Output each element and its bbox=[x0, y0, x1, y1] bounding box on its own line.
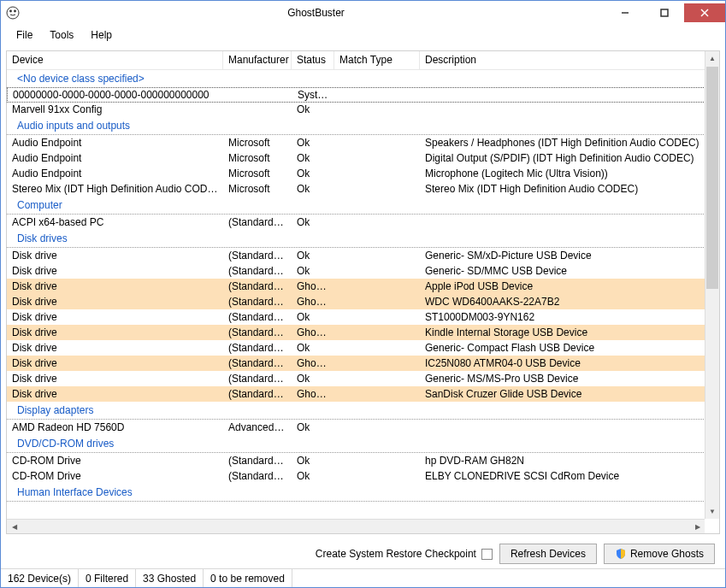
device-row[interactable]: Audio EndpointMicrosoftOkMicrophone (Log… bbox=[7, 166, 719, 181]
cell-device: CD-ROM Drive bbox=[7, 454, 223, 467]
statusbar: 162 Device(s) 0 Filtered 33 Ghosted 0 to… bbox=[1, 568, 725, 587]
menu-file[interactable]: File bbox=[8, 26, 41, 44]
cell-description: Generic- MS/MS-Pro USB Device bbox=[420, 372, 719, 385]
device-row[interactable]: Stereo Mix (IDT High Definition Audio CO… bbox=[7, 181, 719, 197]
col-match[interactable]: Match Type bbox=[334, 51, 420, 69]
col-device[interactable]: Device bbox=[7, 51, 223, 69]
cell-match bbox=[334, 157, 420, 159]
cell-status: Ghosted bbox=[292, 279, 334, 293]
cell-device: ACPI x64-based PC bbox=[7, 215, 223, 229]
cell-manufacturer: (Standard di… bbox=[223, 387, 292, 401]
device-row[interactable]: CD-ROM Drive(Standard C…OkELBY CLONEDRIV… bbox=[7, 468, 719, 484]
scroll-left-icon[interactable]: ◀ bbox=[7, 520, 21, 533]
device-row[interactable]: ACPI x64-based PC(Standard c…Ok bbox=[7, 215, 719, 230]
cell-status: Ok bbox=[292, 182, 334, 196]
refresh-devices-button[interactable]: Refresh Devices bbox=[499, 544, 597, 564]
cell-status: Ok bbox=[292, 151, 334, 165]
vertical-scrollbar[interactable]: ▲ ▼ bbox=[705, 51, 719, 519]
col-manufacturer[interactable]: Manufacturer bbox=[223, 51, 292, 69]
cell-match bbox=[335, 94, 421, 96]
cell-match bbox=[334, 316, 420, 318]
remove-ghosts-button[interactable]: Remove Ghosts bbox=[604, 544, 715, 564]
cell-manufacturer bbox=[224, 94, 292, 96]
cell-description: SanDisk Cruzer Glide USB Device bbox=[420, 387, 719, 401]
cell-manufacturer: Microsoft bbox=[223, 136, 292, 150]
cell-match bbox=[334, 332, 420, 333]
scroll-up-icon[interactable]: ▲ bbox=[705, 51, 719, 66]
cell-manufacturer: (Standard di… bbox=[223, 249, 292, 262]
scroll-down-icon[interactable]: ▼ bbox=[705, 504, 719, 519]
col-status[interactable]: Status bbox=[292, 51, 334, 69]
device-row[interactable]: Audio EndpointMicrosoftOkSpeakers / Head… bbox=[7, 135, 719, 150]
maximize-button[interactable] bbox=[645, 3, 684, 22]
device-row[interactable]: CD-ROM Drive(Standard C…Okhp DVD-RAM GH8… bbox=[7, 453, 719, 468]
cell-device: Disk drive bbox=[7, 264, 223, 278]
device-row[interactable]: Disk drive(Standard di…OkGeneric- Compac… bbox=[7, 340, 719, 356]
cell-manufacturer: Advanced … bbox=[223, 420, 292, 434]
group-header[interactable]: DVD/CD-ROM drives bbox=[7, 435, 719, 453]
device-row[interactable]: Disk drive(Standard di…GhostedIC25N080 A… bbox=[7, 356, 719, 371]
cell-manufacturer: (Standard C… bbox=[223, 469, 292, 483]
window-title: GhostBuster bbox=[27, 7, 605, 19]
device-row[interactable]: Disk drive(Standard di…OkGeneric- MS/MS-… bbox=[7, 371, 719, 386]
group-header[interactable]: Disk drives bbox=[7, 230, 719, 248]
cell-manufacturer: (Standard di… bbox=[223, 356, 292, 370]
device-row[interactable]: Disk drive(Standard di…GhostedSanDisk Cr… bbox=[7, 386, 719, 402]
cell-description: Generic- SD/MMC USB Device bbox=[420, 264, 719, 278]
col-description[interactable]: Description bbox=[420, 51, 719, 69]
device-row[interactable]: Audio EndpointMicrosoftOkDigital Output … bbox=[7, 150, 719, 166]
cell-device: Stereo Mix (IDT High Definition Audio CO… bbox=[7, 182, 223, 196]
cell-match bbox=[334, 270, 420, 272]
group-header[interactable]: Human Interface Devices bbox=[7, 484, 719, 502]
cell-device: Disk drive bbox=[7, 310, 223, 324]
device-row[interactable]: Disk drive(Standard di…GhostedKindle Int… bbox=[7, 325, 719, 340]
device-row[interactable]: Disk drive(Standard di…OkST1000DM003-9YN… bbox=[7, 309, 719, 325]
cell-manufacturer: (Standard c… bbox=[223, 215, 292, 229]
cell-description: ST1000DM003-9YN162 bbox=[420, 310, 719, 324]
scroll-right-icon[interactable]: ▶ bbox=[690, 520, 705, 533]
group-header[interactable]: Audio inputs and outputs bbox=[7, 117, 719, 135]
cell-manufacturer: (Standard di… bbox=[223, 326, 292, 339]
svg-point-0 bbox=[7, 7, 19, 19]
cell-status: Ok bbox=[292, 264, 334, 278]
device-row[interactable]: Disk drive(Standard di…OkGeneric- SD/MMC… bbox=[7, 263, 719, 279]
device-row[interactable]: Marvell 91xx ConfigOk bbox=[7, 102, 719, 117]
titlebar[interactable]: GhostBuster bbox=[1, 1, 725, 25]
restore-checkpoint-label[interactable]: Create System Restore Checkpoint bbox=[316, 548, 493, 560]
menubar: File Tools Help bbox=[1, 25, 725, 45]
cell-description: Apple iPod USB Device bbox=[420, 279, 719, 293]
scroll-thumb[interactable] bbox=[706, 67, 718, 289]
restore-checkpoint-checkbox[interactable] bbox=[481, 549, 493, 560]
horizontal-scrollbar[interactable]: ◀ ▶ bbox=[7, 519, 705, 533]
minimize-button[interactable] bbox=[605, 3, 645, 22]
shield-icon bbox=[615, 548, 627, 560]
column-headers: Device Manufacturer Status Match Type De… bbox=[7, 51, 719, 70]
cell-description: Digital Output (S/PDIF) (IDT High Defini… bbox=[420, 151, 719, 165]
menu-tools[interactable]: Tools bbox=[41, 26, 82, 44]
menu-help[interactable]: Help bbox=[82, 26, 121, 44]
cell-status: Ok bbox=[292, 469, 334, 483]
app-window: GhostBuster File Tools Help Device Manuf… bbox=[0, 0, 726, 588]
close-button[interactable] bbox=[684, 3, 725, 22]
cell-device: Disk drive bbox=[7, 326, 223, 339]
cell-status: Ghosted bbox=[292, 387, 334, 401]
cell-description: Stereo Mix (IDT High Definition Audio CO… bbox=[420, 182, 719, 196]
device-row[interactable]: 00000000-0000-0000-0000-000000000000Syst… bbox=[7, 87, 719, 103]
group-header[interactable]: <No device class specified> bbox=[7, 70, 719, 88]
device-row[interactable]: AMD Radeon HD 7560DAdvanced …Ok bbox=[7, 420, 719, 435]
cell-description: ELBY CLONEDRIVE SCSI CdRom Device bbox=[420, 469, 719, 483]
device-row[interactable]: Disk drive(Standard di…OkGeneric- SM/xD-… bbox=[7, 248, 719, 263]
device-row[interactable]: Disk drive(Standard di…GhostedApple iPod… bbox=[7, 279, 719, 294]
group-header[interactable]: Computer bbox=[7, 197, 719, 215]
cell-status: Ok bbox=[292, 249, 334, 262]
cell-manufacturer: Microsoft bbox=[223, 167, 292, 180]
cell-match bbox=[334, 109, 420, 110]
device-row[interactable]: Disk drive(Standard di…GhostedWDC WD6400… bbox=[7, 294, 719, 309]
status-ghosted: 33 Ghosted bbox=[136, 569, 204, 587]
cell-match bbox=[334, 142, 420, 144]
group-header[interactable]: Display adapters bbox=[7, 402, 719, 420]
cell-description: Speakers / Headphones (IDT High Definiti… bbox=[420, 136, 719, 150]
cell-match bbox=[334, 378, 420, 379]
svg-point-1 bbox=[9, 10, 12, 13]
cell-match bbox=[334, 393, 420, 395]
